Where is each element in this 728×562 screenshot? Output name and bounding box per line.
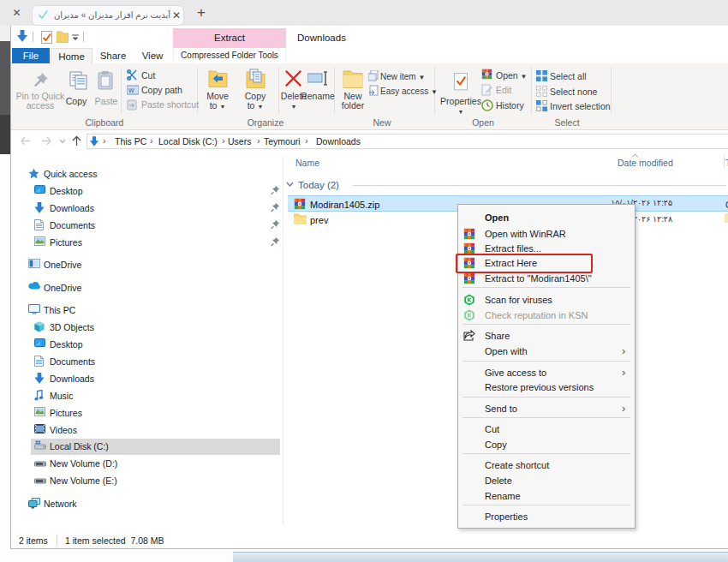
svg-text:W: W (128, 87, 134, 93)
